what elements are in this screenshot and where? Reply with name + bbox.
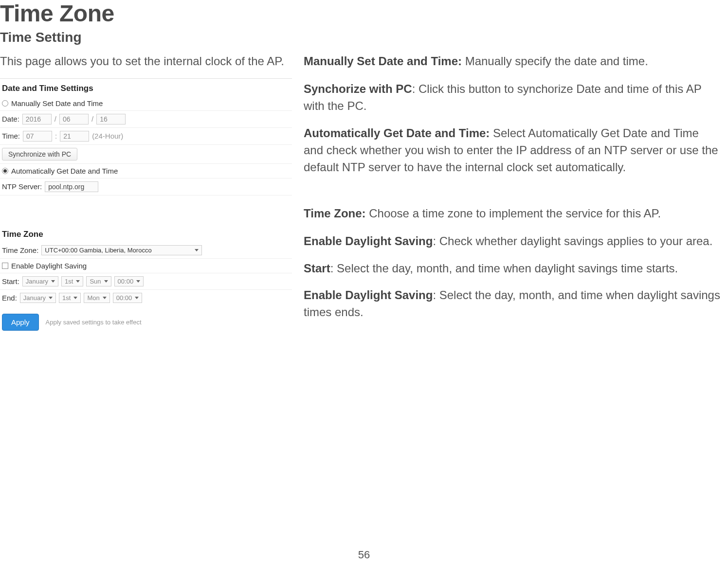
timezone-header: Time Zone [0,225,292,242]
start-time-select[interactable]: 00:00 [114,276,144,286]
desc-auto: Automatically Get Date and Time: Select … [304,125,720,176]
chevron-down-icon [103,297,107,299]
tz-label: Time Zone: [2,246,38,254]
end-month-select[interactable]: January [20,293,56,303]
apply-note: Apply saved settings to take effect [46,319,142,326]
description-column: Manually Set Date and Time: Manually spe… [304,53,720,333]
sync-pc-button[interactable]: Synchronize with PC [2,148,77,160]
time-hour-input[interactable]: 07 [23,131,52,142]
date-day-input[interactable]: 16 [96,114,126,125]
tz-value: UTC+00:00 Gambia, Liberia, Morocco [45,247,151,254]
desc-dst-bold: Enable Daylight Saving [304,234,433,248]
dst-label: Enable Daylight Saving [11,262,87,270]
desc-start: Start: Select the day, month, and time w… [304,260,720,277]
end-ord-select[interactable]: 1st [59,293,81,303]
end-time-select[interactable]: 00:00 [113,293,143,303]
end-day-select[interactable]: Mon [84,293,109,303]
desc-sync: Synchorize with PC: Click this button to… [304,81,720,115]
desc-manual: Manually Set Date and Time: Manually spe… [304,53,720,70]
slash1: / [55,115,56,123]
desc-manual-text: Manually specify the date and time. [462,54,648,68]
end-month-value: January [23,294,46,302]
start-day-select[interactable]: Sun [86,276,111,286]
desc-start-bold: Start [304,262,330,275]
start-time-value: 00:00 [118,278,134,285]
page-number: 56 [358,549,370,561]
slash2: / [91,115,93,123]
end-ord-value: 1st [62,294,71,302]
apply-button[interactable]: Apply [2,314,39,331]
start-ord-select[interactable]: 1st [61,276,83,286]
end-time-value: 00:00 [116,294,132,302]
chevron-down-icon [49,297,53,299]
time-label: Time: [2,132,20,140]
date-year-input[interactable]: 2016 [22,114,52,125]
time-format: (24-Hour) [92,132,123,140]
section-subtitle: Time Setting [0,30,720,45]
radio-manual[interactable] [2,100,8,107]
ntp-label: NTP Server: [2,182,42,191]
radio-auto[interactable] [2,168,8,174]
time-min-input[interactable]: 21 [60,131,89,142]
start-day-value: Sun [90,278,101,285]
start-ord-value: 1st [65,278,73,285]
desc-start-text: : Select the day, month, and time when d… [330,262,678,275]
dst-checkbox[interactable] [2,263,8,269]
ntp-input[interactable]: pool.ntp.org [45,181,98,192]
intro-text: This page allows you to set the internal… [0,53,292,70]
start-month-value: January [26,278,48,285]
desc-tz-bold: Time Zone: [304,207,366,220]
manual-label: Manually Set Date and Time [11,99,103,107]
time-colon: : [55,132,57,140]
end-day-value: Mon [87,294,99,302]
chevron-down-icon [104,280,108,283]
desc-tz-text: Choose a time zone to implement the serv… [366,207,661,220]
date-month-input[interactable]: 06 [59,114,89,125]
chevron-down-icon [135,297,139,299]
desc-end: Enable Daylight Saving: Select the day, … [304,287,720,321]
start-label: Start: [2,277,19,285]
desc-tz: Time Zone: Choose a time zone to impleme… [304,205,720,222]
date-time-header: Date and Time Settings [0,79,292,96]
desc-dst-text: : Check whether daylight savings applies… [433,234,712,248]
chevron-down-icon [136,280,140,283]
tz-select[interactable]: UTC+00:00 Gambia, Liberia, Morocco [41,245,202,255]
desc-manual-bold: Manually Set Date and Time: [304,54,462,68]
desc-auto-bold: Automatically Get Date and Time: [304,126,490,140]
page-title: Time Zone [0,0,720,27]
auto-label: Automatically Get Date and Time [11,167,118,175]
chevron-down-icon [76,280,80,283]
chevron-down-icon [73,297,77,299]
desc-end-bold: Enable Daylight Saving [304,288,433,302]
chevron-down-icon [195,249,199,251]
chevron-down-icon [51,280,55,283]
desc-dst: Enable Daylight Saving: Check whether da… [304,233,720,250]
settings-panel: Date and Time Settings Manually Set Date… [0,78,292,333]
desc-sync-bold: Synchorize with PC [304,82,412,95]
end-label: End: [2,294,17,302]
date-label: Date: [2,115,19,123]
start-month-select[interactable]: January [22,276,58,286]
